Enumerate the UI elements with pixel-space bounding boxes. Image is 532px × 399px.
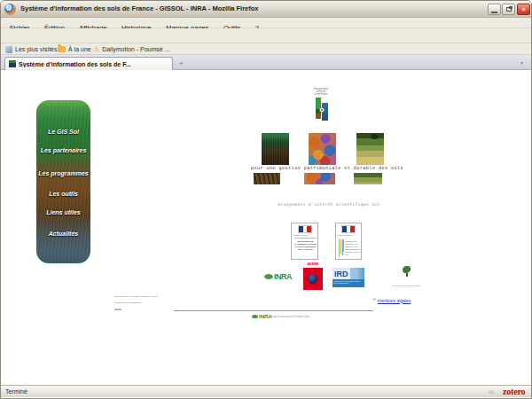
photo-soil-profile (262, 133, 289, 165)
french-flag-icon (341, 225, 356, 233)
partner-ifn-logo[interactable]: Inventaire Forestier National (389, 266, 423, 293)
credit-line-2: Administrateur de l'infrastructure : (114, 301, 152, 304)
photo-soil-map (309, 133, 336, 165)
ministry-ecologie-label: Ministère de l'Écologie, de l'Énergie, d… (345, 239, 363, 255)
most-visited-icon (5, 46, 12, 53)
mentions-link[interactable]: * mentions légales (373, 297, 411, 303)
menu-bar: Fichier Édition Affichage Historique Mar… (1, 18, 532, 28)
ademe-sphere-icon (308, 274, 317, 284)
footer-divider (174, 310, 373, 311)
footer-inra-logo[interactable]: INRA (252, 314, 272, 319)
minimize-icon (491, 12, 497, 13)
sidebar-item-partenaires[interactable]: Les partenaires (36, 147, 90, 153)
navigation-toolbar: ← → ▾ ↻ × ⌂ http://www.gissol.fr/index.p… (1, 28, 532, 43)
sidebar-item-programmes[interactable]: Les programmes (36, 170, 90, 176)
tab-favicon-icon (9, 60, 16, 67)
french-flag-icon (298, 225, 312, 233)
new-tab-button[interactable]: + (179, 59, 184, 67)
zotero-loop-icon[interactable]: ∞ (489, 387, 494, 396)
sidebar-item-outils[interactable]: Les outils (36, 191, 90, 197)
title-bar[interactable]: Système d'information des sols de France… (1, 1, 532, 18)
tab-gissol[interactable]: Système d'information des sols de F... (4, 57, 173, 70)
credit-link[interactable]: contact (114, 308, 157, 309)
minimize-button[interactable] (488, 4, 501, 15)
ird-label: IRD (332, 270, 348, 278)
tree-icon (403, 266, 411, 277)
inra-label: INRA (274, 272, 292, 281)
org-title: Groupement d'intérêt scientifique Sol (267, 202, 391, 207)
status-bar: Terminé ∞ zotero (1, 385, 532, 397)
gis-logo-caption: Groupement d'intérêt scientifique (308, 87, 334, 96)
window-title: Système d'information des sols de France… (20, 4, 259, 12)
folder-icon (58, 46, 66, 52)
bookmark-a-la-une[interactable]: À la une (58, 45, 91, 53)
bookmarks-bar: Les plus visités À la une ⚠ Dailymotion … (1, 43, 532, 55)
tab-bar: Système d'information des sols de F... +… (1, 55, 532, 70)
photo-landscape (356, 133, 384, 165)
tab-list-dropdown-icon[interactable]: ▾ (520, 59, 523, 66)
sidebar-item-actualites[interactable]: Actualités (36, 231, 90, 237)
inra-leaf-icon (252, 315, 258, 318)
footer-credits: Responsable de la publication : Dominiqu… (114, 295, 150, 313)
firefox-icon (4, 4, 16, 15)
tagline: pour une gestion patrimoniale et durable… (249, 165, 405, 170)
sidebar-item-gis-sol[interactable]: Le GIS Sol (36, 129, 90, 135)
page-content: Le GIS Sol Les partenaires Les programme… (1, 70, 532, 385)
ministry-agriculture-label: MINISTÈRE DE L'ALIMENTATION DE L'AGRICUL… (293, 239, 317, 250)
sidebar-nav: Le GIS Sol Les partenaires Les programme… (36, 100, 90, 263)
ifn-label: Inventaire Forestier National (390, 285, 422, 287)
strip-map (304, 173, 335, 184)
partner-inra-logo[interactable]: INRA (264, 272, 292, 281)
bookmark-most-visited[interactable]: Les plus visités (5, 45, 57, 53)
ministry-agriculture-logo[interactable]: République Française MINISTÈRE DE L'ALIM… (291, 223, 318, 260)
restore-button[interactable] (502, 4, 515, 15)
browser-window: Système d'information des sols de France… (0, 0, 532, 399)
ird-sublabel: Institut de recherche pour le développem… (332, 279, 363, 285)
inra-leaf-icon (264, 274, 273, 279)
ministry-ecologie-logo[interactable]: République Française Ministère de l'Écol… (335, 223, 362, 260)
asterisk-icon: * (373, 297, 376, 303)
gis-sol-logo (316, 98, 330, 121)
ademe-label: ADEME (307, 262, 319, 266)
color-bars-icon (339, 239, 344, 257)
close-button[interactable]: × (517, 4, 530, 15)
footer-url: http://www.gissol.fr/index.php (271, 315, 325, 317)
strip-field (354, 173, 382, 184)
warning-icon: ⚠ (93, 46, 99, 53)
partner-ademe-logo[interactable] (303, 268, 323, 290)
tab-label: Système d'information des sols de F... (19, 61, 131, 67)
strip-soil (254, 173, 280, 184)
zotero-button[interactable]: zotero (503, 387, 525, 396)
sidebar-item-liens-utiles[interactable]: Liens utiles (36, 209, 90, 215)
credit-line-1: Responsable de la publication : Dominiqu… (114, 295, 152, 298)
bookmark-dailymotion[interactable]: ⚠ Dailymotion - Poumsé ... (93, 45, 169, 53)
status-text: Terminé (5, 388, 27, 395)
partner-ird-logo[interactable]: IRD Institut de recherche pour le dévelo… (332, 268, 364, 287)
